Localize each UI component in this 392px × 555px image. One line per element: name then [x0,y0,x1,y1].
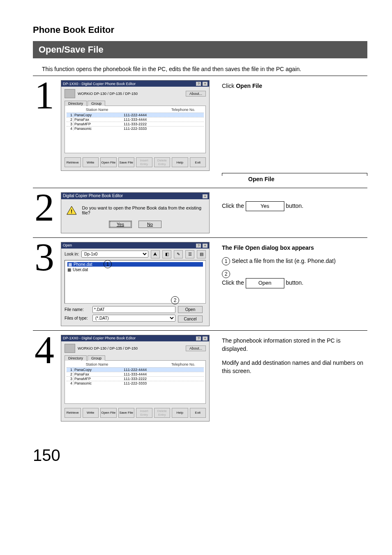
table-row[interactable]: 2 PanaFax 111-333-4444 [67,117,204,122]
insert-entry-button: Insert Entry [136,157,152,167]
subsection-bar: Open/Save File [33,41,367,58]
file-item[interactable]: ▦ User.dat [67,267,203,272]
dialog-titlebar: Digital Copier Phone Book Editor × [61,193,209,199]
step1-instruction: Click Open File [222,82,367,90]
step-number: 1 [33,78,56,112]
close-icon[interactable]: × [203,336,208,341]
dialog-message: Do you want to open the Phone Book data … [82,205,204,215]
details-view-icon[interactable]: ▤ [197,250,206,258]
section-title: Phone Book Editor [33,25,367,35]
page-number: 150 [33,446,367,465]
table-row[interactable]: 3 PanaMFP 111-333-2222 [67,122,204,126]
tab-directory[interactable]: Directory [65,101,87,106]
col-telephone: Telephone No. [163,362,204,366]
save-file-button[interactable]: Save File [118,157,135,167]
circle-2: 2 [222,270,230,278]
yes-button[interactable]: Yes [109,221,132,228]
tab-group[interactable]: Group [88,355,105,361]
step3-sub2: 2 Click the Open button. [222,269,367,288]
model-label: WORKiO DP-130 / DP-135 / DP-150 [78,346,138,350]
file-icon: ▦ [67,267,71,272]
window-titlebar: DP-1XX0 - Digital Copier Phone Book Edit… [61,335,209,341]
about-button[interactable]: About... [186,91,206,97]
help-button[interactable]: Help [172,408,188,418]
file-open-dialog: Open ? × Look in: Dp-1x0 ⮝ ◧ ✎ [61,242,210,326]
help-icon[interactable]: ? [196,336,201,341]
callout-circle-2: 2 [171,296,179,304]
tab-directory[interactable]: Directory [65,355,87,361]
step-3: 3 Open ? × Look in: Dp-1x0 [33,242,367,326]
col-station-name: Station Name [72,362,122,366]
desktop-icon[interactable]: ◧ [162,250,171,258]
filename-input[interactable] [92,306,175,313]
open-file-callout-label: Open File [248,175,274,183]
step3-heading: The File Open dialog box appears [222,244,367,252]
exit-button[interactable]: Exit [190,408,206,418]
close-icon[interactable]: × [203,194,208,198]
file-list-pane: ▦ Phone.dat ▦ User.dat [65,260,206,304]
file-icon: ▦ [68,262,72,267]
device-icon [65,344,75,353]
step-number: 4 [33,333,56,367]
step-1: 1 DP-1XX0 - Digital Copier Phone Book Ed… [33,80,367,184]
new-folder-icon[interactable]: ✎ [174,250,183,258]
help-button[interactable]: Help [172,157,188,167]
cancel-button[interactable]: Cancel [178,315,203,322]
list-view-icon[interactable]: ☰ [185,250,194,258]
window-titlebar: DP-1XX0 - Digital Copier Phone Book Edit… [61,81,209,87]
window-controls: ? × [196,243,208,248]
filetype-select[interactable]: (*.DAT) [92,315,175,322]
no-button[interactable]: No [138,221,161,228]
table-row[interactable]: 4 Panasonic 111-222-3333 [67,126,204,131]
phonebook-editor-window: DP-1XX0 - Digital Copier Phone Book Edit… [61,335,210,421]
tab-group[interactable]: Group [88,101,105,106]
table-row[interactable]: 3 PanaMFP 111-333-2222 [67,376,204,381]
step3-sub1: 1 Select a file from the list (e.g. Phon… [222,257,367,265]
intro-text: This function opens the phonebook file i… [42,66,367,72]
step4-para2: Modify and add destination names and dia… [222,359,367,375]
step-2: 2 Digital Copier Phone Book Editor × ! D… [33,192,367,233]
table-row[interactable]: 1 PanaCopy 111-222-4444 [67,113,204,117]
open-button[interactable]: Open [178,306,203,313]
help-icon[interactable]: ? [196,82,201,86]
filename-label: File name: [65,307,90,312]
yes-label-box: Yes [246,201,284,212]
table-row[interactable]: 4 Panasonic 111-222-3333 [67,381,204,385]
col-telephone: Telephone No. [163,108,204,112]
open-file-button[interactable]: Open File [100,157,117,167]
dialog-title: Open [63,243,72,247]
phonebook-list: Station Name Telephone No. 1 PanaCopy 11… [65,106,206,153]
open-file-button[interactable]: Open File [100,408,117,418]
insert-entry-button: Insert Entry [136,408,152,418]
look-in-label: Look in: [65,252,79,256]
help-icon[interactable]: ? [196,244,201,248]
table-row[interactable]: 1 PanaCopy 111-222-4444 [67,367,204,372]
step-number: 3 [33,240,56,274]
close-icon[interactable]: × [203,244,208,248]
look-in-select[interactable]: Dp-1x0 [81,251,148,258]
about-button[interactable]: About... [186,345,206,351]
file-item[interactable]: ▦ Phone.dat [67,262,203,267]
callout-circle-1: 1 [104,260,112,268]
table-row[interactable]: 2 PanaFax 111-333-4444 [67,372,204,376]
delete-entry-button: Delete Entry [154,157,171,167]
dialog-titlebar: Open ? × [61,242,209,249]
window-controls: ? × [196,336,208,341]
exit-button[interactable]: Exit [190,157,206,167]
write-button[interactable]: Write [83,157,99,167]
window-controls: ? × [196,81,208,86]
dialog-close[interactable]: × [202,193,208,198]
step-number: 2 [33,191,56,224]
retrieve-button[interactable]: Retrieve [65,157,81,167]
up-folder-icon[interactable]: ⮝ [151,250,160,258]
divider [33,330,367,331]
write-button[interactable]: Write [83,408,99,418]
close-icon[interactable]: × [203,82,208,86]
divider [33,237,367,238]
dialog-title: Digital Copier Phone Book Editor [63,193,123,198]
save-file-button[interactable]: Save File [118,408,135,418]
col-station-name: Station Name [72,108,122,112]
retrieve-button[interactable]: Retrieve [65,408,81,418]
model-label: WORKiO DP-130 / DP-135 / DP-150 [78,92,138,96]
open-file-callout: Open File [222,173,367,183]
